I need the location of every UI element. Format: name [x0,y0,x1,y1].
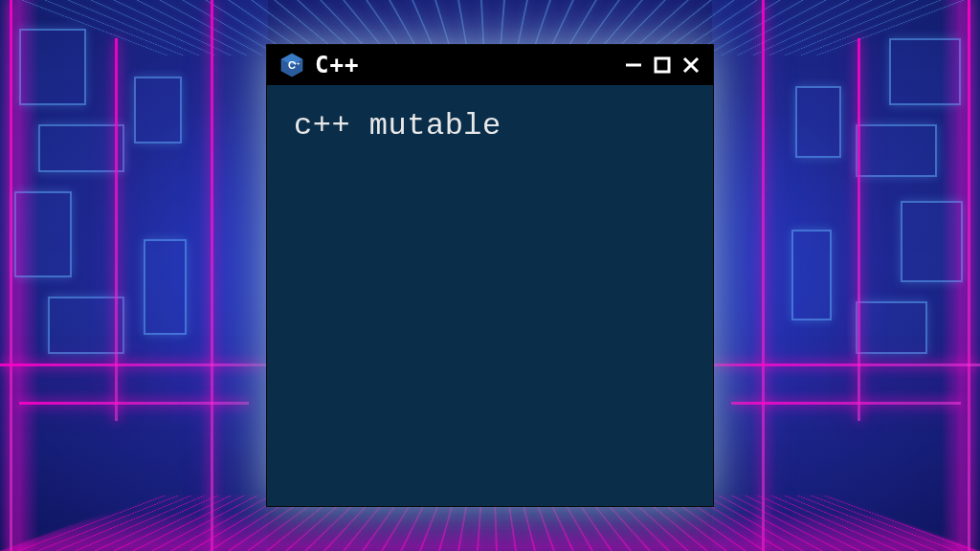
close-button[interactable] [680,55,702,76]
window-controls [623,55,702,76]
code-line: c++ mutable [294,108,686,143]
terminal-window: C ++ C++ c++ mutable [266,44,714,507]
terminal-content[interactable]: c++ mutable [267,85,713,506]
window-title: C++ [315,52,613,78]
svg-rect-5 [656,58,669,72]
cpp-hexagon-icon: C ++ [278,52,305,78]
svg-text:++: ++ [293,60,301,66]
titlebar[interactable]: C ++ C++ [267,45,713,85]
minimize-button[interactable] [623,55,644,76]
maximize-button[interactable] [652,55,673,76]
